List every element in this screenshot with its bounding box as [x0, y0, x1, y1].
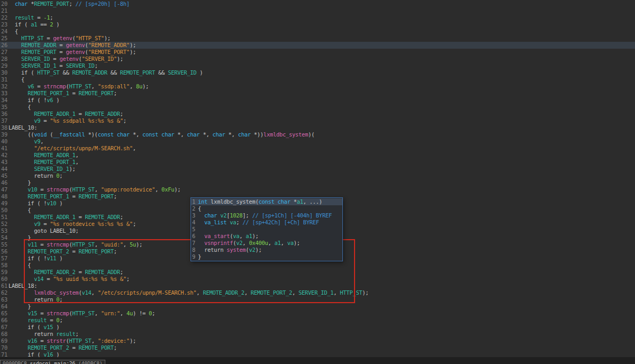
code-line[interactable]: 31 { — [0, 76, 635, 83]
token-pln[interactable] — [8, 310, 28, 316]
token-pln[interactable]: ; — [120, 111, 123, 117]
token-num[interactable]: 4u — [126, 310, 133, 316]
token-kw[interactable]: char — [187, 131, 199, 138]
token-var[interactable]: REMOTE_PORT — [21, 49, 56, 55]
token-var[interactable]: v15 — [28, 310, 37, 316]
code-line[interactable]: 69 v16 = strstr(HTTP_ST, ":device:"); — [0, 338, 635, 344]
token-kw[interactable]: char — [238, 131, 251, 138]
code-line[interactable]: 41 "/etc/scripts/upnp/M-SEARCH.sh", — [0, 145, 635, 152]
token-var[interactable]: v9 — [34, 138, 40, 144]
token-pln[interactable]: ); — [142, 83, 149, 89]
token-var[interactable]: HTTP_ST — [72, 310, 94, 316]
token-pln[interactable]: if ( — [8, 21, 31, 28]
token-var[interactable]: REMOTE_PORT_1 — [28, 90, 69, 96]
token-pln[interactable]: ; — [114, 90, 117, 96]
token-pln[interactable]: = — [50, 56, 59, 62]
token-pln[interactable]: ); — [69, 166, 75, 172]
token-pln[interactable]: return — [8, 331, 56, 337]
token-pln[interactable]: = — [43, 35, 53, 41]
token-pln[interactable] — [8, 159, 34, 165]
token-str[interactable]: "ssdp:all" — [98, 83, 130, 89]
token-var[interactable]: HTTP_ST — [69, 83, 91, 89]
token-pln[interactable]: : — [34, 124, 37, 131]
token-pln[interactable]: ); — [130, 338, 136, 344]
code-line[interactable]: 36 REMOTE_ADDR_1 = REMOTE_ADDR; — [0, 111, 635, 117]
token-pln[interactable]: , — [133, 145, 136, 151]
token-pln[interactable]: ; — [133, 221, 136, 227]
token-pln[interactable]: && — [155, 69, 168, 76]
token-pln[interactable] — [8, 344, 28, 351]
token-pln[interactable]: *)) — [251, 131, 264, 138]
code-line[interactable]: 39 ((void (__fastcall *)(const char *, c… — [0, 131, 635, 138]
token-pln[interactable]: ; — [114, 344, 117, 351]
token-str[interactable]: ":device:" — [98, 338, 130, 344]
token-var[interactable]: v9 — [34, 221, 40, 227]
token-pln[interactable]: } — [8, 303, 31, 310]
code-line[interactable]: 37 v9 = "%s ssdpall %s:%s %s &"; — [0, 117, 635, 124]
token-pln[interactable]: = — [34, 83, 43, 89]
token-pln[interactable]: ; — [120, 214, 123, 220]
token-pln[interactable] — [8, 62, 21, 69]
token-var[interactable]: REMOTE_ADDR — [21, 42, 56, 48]
code-line[interactable]: 38LABEL_10: — [0, 124, 635, 131]
code-line[interactable]: 24 { — [0, 28, 635, 35]
token-pln[interactable]: ( — [47, 131, 53, 138]
token-pln[interactable]: return — [8, 172, 56, 179]
token-var[interactable]: v15 — [43, 324, 53, 330]
token-pln[interactable]: ) — [56, 200, 62, 206]
token-pln[interactable]: *)( — [85, 131, 98, 138]
token-pln[interactable] — [8, 83, 28, 89]
code-line[interactable]: 67 if ( v15 ) — [0, 324, 635, 331]
token-var[interactable]: REMOTE_PORT_2 — [28, 344, 69, 351]
token-pln[interactable]: ) — [196, 69, 203, 76]
code-line[interactable]: 25 HTTP_ST = getenv("HTTP_ST"); — [0, 35, 635, 42]
token-pln[interactable]: { — [8, 104, 31, 110]
token-fn[interactable]: strncmp — [47, 186, 69, 193]
token-pln[interactable]: )( — [308, 131, 314, 138]
token-pln[interactable]: , — [95, 310, 101, 316]
token-pln[interactable]: ) — [53, 324, 59, 330]
token-pln[interactable] — [8, 42, 21, 48]
token-var[interactable]: REMOTE_PORT_1 — [28, 193, 69, 199]
token-pln[interactable]: ); — [130, 42, 136, 48]
code-line[interactable]: 68 return result; — [0, 331, 635, 338]
token-var[interactable]: REMOTE_ADDR — [85, 111, 120, 117]
token-var[interactable]: REMOTE_PORT — [79, 90, 114, 96]
token-pln[interactable]: , — [120, 310, 126, 316]
token-pln[interactable]: * — [28, 1, 34, 7]
token-pln[interactable]: = — [69, 344, 78, 351]
token-str[interactable]: "/etc/scripts/upnp/M-SEARCH.sh" — [34, 145, 133, 151]
token-var[interactable]: REMOTE_ADDR — [85, 214, 120, 220]
token-pln[interactable]: ); — [362, 289, 368, 296]
token-str[interactable]: "SERVER_ID" — [82, 56, 117, 62]
token-num[interactable]: 8u — [136, 83, 142, 89]
token-pln[interactable] — [8, 14, 15, 21]
token-var[interactable]: REMOTE_ADDR_1 — [34, 111, 75, 117]
token-pln[interactable]: ); — [130, 49, 136, 55]
token-var[interactable]: result — [15, 14, 34, 21]
token-pln[interactable]: if ( — [8, 69, 37, 76]
token-pln[interactable]: = — [40, 117, 50, 124]
token-var[interactable]: v9 — [34, 117, 40, 124]
token-pln[interactable]: , — [40, 138, 43, 144]
token-pln[interactable]: ; — [95, 62, 98, 69]
token-var[interactable]: HTTP_ST — [37, 69, 59, 76]
token-var[interactable]: v10 — [47, 200, 56, 206]
token-pln[interactable] — [8, 317, 28, 323]
token-pln[interactable]: if ( — [8, 324, 43, 330]
code-line[interactable]: 46 } — [0, 179, 635, 186]
token-pln[interactable]: { — [8, 28, 18, 34]
token-pln[interactable]: , — [92, 338, 98, 344]
code-line[interactable]: 66 result = 0; — [0, 317, 635, 324]
token-var[interactable]: REMOTE_ADDR — [72, 69, 107, 76]
token-pln[interactable]: , — [75, 152, 78, 158]
token-fn[interactable]: strncmp — [43, 83, 66, 89]
token-kw[interactable]: char — [212, 131, 225, 138]
code-line[interactable]: 35 { — [0, 104, 635, 111]
code-line[interactable]: 29 SERVER_ID_1 = SERVER_ID; — [0, 62, 635, 69]
code-line[interactable]: 47 v10 = strncmp(HTTP_ST, "upnp:rootdevi… — [0, 186, 635, 193]
token-str[interactable]: "%s rootdevice %s:%s %s &" — [50, 221, 133, 227]
token-pln[interactable] — [8, 56, 21, 62]
token-kw[interactable]: void — [34, 131, 47, 138]
token-pln[interactable] — [8, 221, 34, 227]
